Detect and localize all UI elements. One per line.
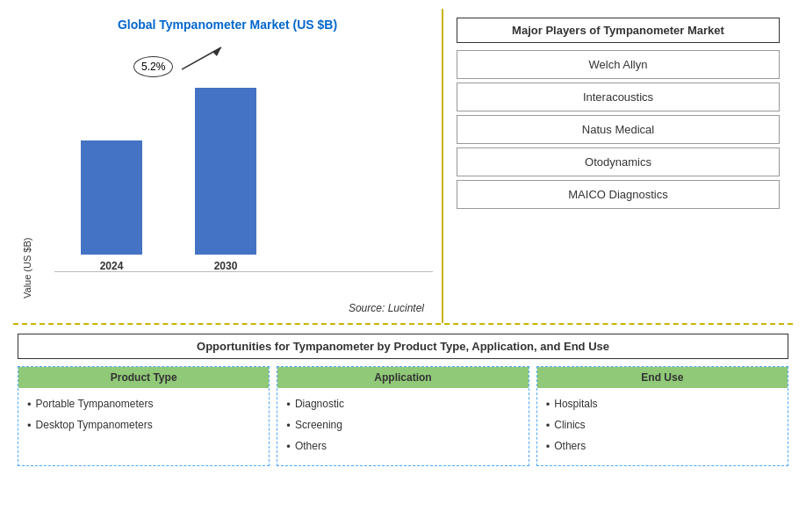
player-item-0: Welch Allyn xyxy=(457,50,780,79)
opp-item-others-app: Others xyxy=(286,437,519,457)
players-title: Major Players of Tympanometer Market xyxy=(457,18,780,43)
opp-item-portable: Portable Tympanometers xyxy=(27,395,260,414)
main-container: Global Tympanometer Market (US $B) Value… xyxy=(0,0,806,532)
opp-item-clinics: Clinics xyxy=(546,416,779,435)
opp-body-application: Diagnostic Screening Others xyxy=(277,388,528,465)
opp-item-hospitals: Hospitals xyxy=(546,395,779,414)
bottom-section: Opportunities for Tympanometer by Produc… xyxy=(13,325,793,471)
bar-label-2024: 2024 xyxy=(100,260,124,272)
player-item-3: Otodynamics xyxy=(457,147,780,176)
annotation-bubble: 5.2% xyxy=(133,56,173,77)
opp-header-application: Application xyxy=(277,367,528,388)
opp-column-application: Application Diagnostic Screening Others xyxy=(277,366,529,466)
opportunities-columns: Product Type Portable Tympanometers Desk… xyxy=(18,366,788,466)
bar-group-2024: 2024 xyxy=(81,140,142,272)
player-item-1: Interacoustics xyxy=(457,83,780,111)
chart-area: Global Tympanometer Market (US $B) Value… xyxy=(13,9,443,323)
opp-body-product-type: Portable Tympanometers Desktop Tympanome… xyxy=(18,388,269,444)
bar-2024 xyxy=(81,140,142,255)
opportunities-header: Opportunities for Tympanometer by Produc… xyxy=(18,334,788,359)
opp-column-product-type: Product Type Portable Tympanometers Desk… xyxy=(18,366,270,466)
opp-header-product-type: Product Type xyxy=(18,367,269,388)
chart-inner: 5.2% 2024 xyxy=(37,39,433,298)
opp-item-diagnostic: Diagnostic xyxy=(286,395,519,414)
opp-header-end-use: End Use xyxy=(537,367,788,388)
annotation: 5.2% xyxy=(133,56,173,77)
player-item-4: MAICO Diagnostics xyxy=(457,180,780,209)
bar-label-2030: 2030 xyxy=(214,260,238,272)
opp-item-others-end: Others xyxy=(546,437,779,457)
opp-item-screening: Screening xyxy=(286,416,519,435)
top-section: Global Tympanometer Market (US $B) Value… xyxy=(13,9,793,325)
chart-body: Value (US $B) 5.2% xyxy=(22,39,433,298)
annotation-text: 5.2% xyxy=(141,61,165,73)
player-item-2: Natus Medical xyxy=(457,115,780,144)
chart-title: Global Tympanometer Market (US $B) xyxy=(22,18,433,32)
opp-column-end-use: End Use Hospitals Clinics Others xyxy=(536,366,788,466)
bars-area: 5.2% 2024 xyxy=(37,39,433,298)
opp-item-desktop: Desktop Tympanometers xyxy=(27,416,260,435)
y-axis-label: Value (US $B) xyxy=(22,39,32,298)
svg-marker-1 xyxy=(212,47,221,56)
arrow-icon xyxy=(182,43,234,78)
players-area: Major Players of Tympanometer Market Wel… xyxy=(443,9,793,323)
opp-body-end-use: Hospitals Clinics Others xyxy=(537,388,788,465)
bar-group-2030: 2030 xyxy=(195,88,256,272)
bar-2030 xyxy=(195,88,256,255)
source-text: Source: Lucintel xyxy=(22,302,433,314)
